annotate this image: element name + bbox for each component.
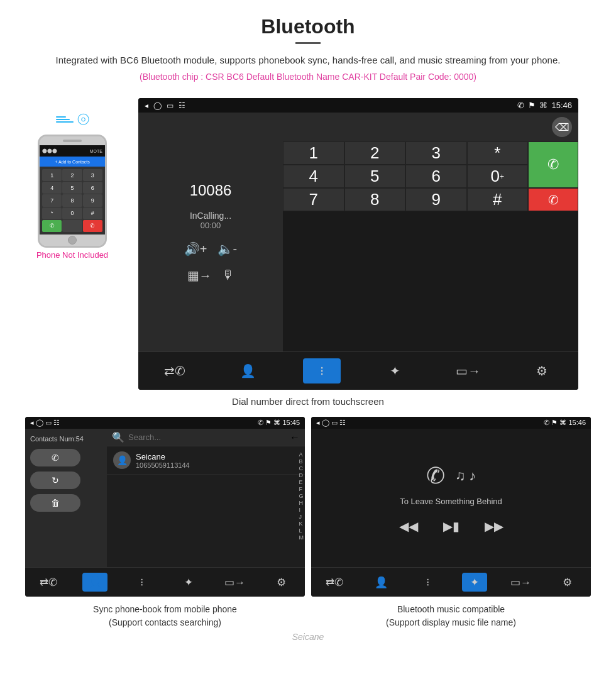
bottom-keypad[interactable]: ⁝ — [303, 358, 341, 383]
phone-key-star[interactable]: * — [42, 207, 62, 219]
circle-icon: ◯ — [153, 101, 162, 110]
music-phone-icon: ✆ — [426, 463, 445, 489]
pb-btn-keypad[interactable]: ⁝ — [129, 573, 154, 592]
pb-btn-contacts[interactable]: 👤 — [82, 573, 107, 592]
phone-frame-bottom — [40, 234, 105, 246]
phone-status-icon: ✆ — [517, 101, 524, 110]
dial-input-row: ⌫ — [283, 113, 578, 141]
music-caption-main: Bluetooth music compatible — [311, 603, 591, 616]
phone-key-hash[interactable]: # — [83, 207, 102, 219]
pb-left-panel: Contacts Num:54 ✆ ↻ 🗑 — [25, 429, 107, 567]
key-4[interactable]: 4 — [283, 165, 344, 188]
pb-btn-phone[interactable]: ⇄✆ — [36, 573, 61, 592]
key-0plus[interactable]: 0+ — [467, 165, 529, 188]
pb-btn-settings[interactable]: ⚙ — [269, 573, 294, 592]
music-square-icon: ▭ — [331, 419, 338, 426]
sim-card-icon: ☷ — [179, 101, 185, 110]
bt-illustration: ⦾ — [56, 111, 89, 128]
key-star[interactable]: * — [467, 141, 529, 165]
phonebook-caption-main: Sync phone-book from mobile phone — [25, 603, 305, 616]
phone-key-call[interactable]: ✆ — [42, 220, 62, 232]
key-2[interactable]: 2 — [344, 141, 406, 165]
volume-up-icon[interactable]: 🔊+ — [184, 241, 207, 256]
key-3[interactable]: 3 — [405, 141, 467, 165]
music-btn-phone[interactable]: ⇄✆ — [322, 573, 347, 592]
pb-wifi-icon: ⌘ — [273, 419, 280, 426]
pb-contact-item: 👤 Seicane 10655059113144 — [107, 446, 305, 475]
page-header: Bluetooth Integrated with BC6 Bluetooth … — [0, 0, 616, 98]
key-8[interactable]: 8 — [344, 188, 406, 211]
calling-status: InCalling... — [190, 211, 231, 221]
bottom-settings[interactable]: ⚙ — [523, 358, 561, 383]
music-btn-transfer[interactable]: ▭→ — [509, 573, 534, 592]
bottom-bluetooth[interactable]: ✦ — [376, 358, 414, 383]
phone-key-5[interactable]: 5 — [62, 182, 82, 194]
pb-btn-bluetooth[interactable]: ✦ — [176, 573, 201, 592]
pb-loc-icon: ⚑ — [265, 419, 272, 426]
phone-key-9[interactable]: 9 — [83, 194, 102, 206]
pb-backspace-icon[interactable]: ← — [290, 432, 300, 443]
music-btn-keypad[interactable]: ⁝ — [415, 573, 440, 592]
music-circle-icon: ◯ — [322, 419, 329, 426]
phone-key-end[interactable]: ✆ — [83, 220, 102, 232]
phone-key-6[interactable]: 6 — [83, 182, 102, 194]
pb-contact-count: Contacts Num:54 — [30, 435, 102, 443]
bottom-screenshots: ◂ ◯ ▭ ☷ ✆ ⚑ ⌘ 15:45 Contacts Num:54 ✆ ↻ … — [0, 417, 616, 597]
phone-key-7[interactable]: 7 — [42, 194, 62, 206]
pb-sync-button[interactable]: ↻ — [30, 472, 80, 489]
pb-sim-icon: ☷ — [53, 419, 60, 426]
bottom-contacts[interactable]: 👤 — [229, 358, 267, 383]
phone-key-0[interactable]: 0 — [62, 207, 82, 219]
bt-wave-3 — [56, 121, 74, 123]
keypad-grid: 1 2 3 * ✆ 4 5 6 0+ 7 8 9 # ✆ — [283, 141, 578, 211]
music-btn-contacts[interactable]: 👤 — [368, 573, 393, 592]
pb-avatar: 👤 — [113, 451, 131, 469]
music-btn-bluetooth[interactable]: ✦ — [462, 573, 487, 592]
pb-contact-name: Seicane — [136, 452, 190, 461]
pb-search-input[interactable] — [128, 433, 286, 442]
key-7[interactable]: 7 — [283, 188, 344, 211]
volume-down-icon[interactable]: 🔈- — [217, 241, 238, 256]
music-play-button[interactable]: ▶▮ — [443, 519, 459, 534]
phone-model: MOTE — [90, 149, 102, 153]
music-btn-settings[interactable]: ⚙ — [555, 573, 580, 592]
key-end-call[interactable]: ✆ — [528, 188, 578, 211]
status-bar: ◂ ◯ ▭ ☷ ✆ ⚑ ⌘ 15:46 — [138, 98, 578, 113]
transfer-icon[interactable]: ▦→ — [187, 268, 212, 283]
music-song-title: To Leave Something Behind — [400, 497, 502, 506]
phone-dialpad: 1 2 3 4 5 6 7 8 9 * 0 # ✆ ✆ — [40, 167, 105, 234]
phone-key-1[interactable]: 1 — [42, 169, 62, 181]
key-6[interactable]: 6 — [405, 165, 467, 188]
dial-bottom-bar: ⇄✆ 👤 ⁝ ✦ ▭→ ⚙ — [138, 351, 578, 390]
pb-bottom-bar: ⇄✆ 👤 ⁝ ✦ ▭→ ⚙ — [25, 567, 305, 597]
music-caption: Bluetooth music compatible (Support disp… — [311, 603, 591, 629]
pb-call-button[interactable]: ✆ — [30, 449, 80, 466]
pb-contact-details: Seicane 10655059113144 — [136, 452, 190, 469]
phone-frame-top — [40, 136, 105, 145]
phone-key-4[interactable]: 4 — [42, 182, 62, 194]
mic-icon[interactable]: 🎙 — [222, 268, 234, 283]
bottom-phone-out[interactable]: ▭→ — [449, 358, 487, 383]
dial-right-panel: ⌫ 1 2 3 * ✆ 4 5 6 0+ 7 8 — [283, 113, 578, 351]
phone-home-button[interactable] — [68, 236, 77, 245]
music-prev-button[interactable]: ◀◀ — [399, 519, 418, 534]
phonebook-caption-sub: (Support contacts searching) — [25, 616, 305, 629]
main-area: ⦾ ⬤⬤⬤ MOTE + Add to Contacts 1 2 3 4 — [0, 98, 616, 390]
phone-key-2[interactable]: 2 — [62, 169, 82, 181]
pb-btn-transfer[interactable]: ▭→ — [223, 573, 248, 592]
key-hash[interactable]: # — [467, 188, 529, 211]
phone-key-3[interactable]: 3 — [83, 169, 102, 181]
status-bar-right: ✆ ⚑ ⌘ 15:46 — [517, 101, 572, 110]
phone-key-8[interactable]: 8 — [62, 194, 82, 206]
music-next-button[interactable]: ▶▶ — [485, 519, 503, 534]
music-body: ✆ ♫ ♪ To Leave Something Behind ◀◀ ▶▮ ▶▶ — [311, 429, 591, 567]
music-back-icon: ◂ — [316, 419, 320, 426]
phone-speaker — [63, 140, 82, 142]
bottom-phone-transfer[interactable]: ⇄✆ — [156, 358, 194, 383]
key-call-green[interactable]: ✆ — [528, 141, 578, 188]
backspace-button[interactable]: ⌫ — [552, 117, 572, 137]
key-9[interactable]: 9 — [405, 188, 467, 211]
pb-delete-button[interactable]: 🗑 — [30, 494, 80, 512]
key-1[interactable]: 1 — [283, 141, 344, 165]
key-5[interactable]: 5 — [344, 165, 406, 188]
